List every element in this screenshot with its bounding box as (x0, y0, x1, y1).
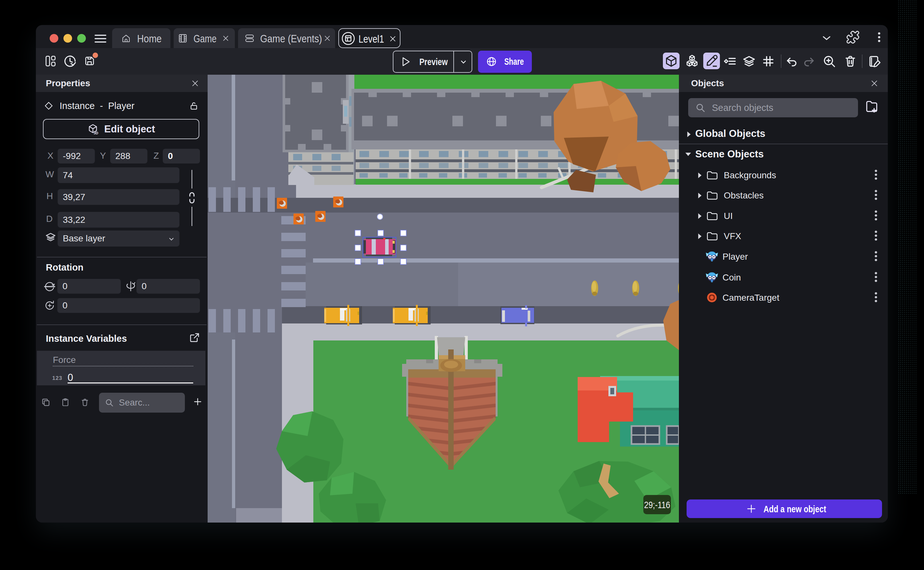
svg-text:29;-116: 29;-116 (644, 500, 670, 510)
svg-text:3D: 3D (94, 131, 98, 135)
